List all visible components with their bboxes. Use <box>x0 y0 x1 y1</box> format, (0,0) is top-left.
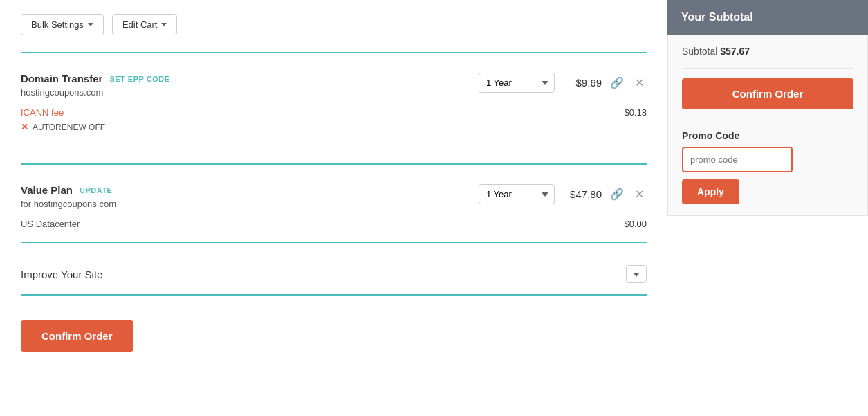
autorenew-label: AUTORENEW OFF <box>33 123 105 132</box>
subtotal-row: Subtotal $57.67 <box>682 46 853 57</box>
domain-transfer-title: Domain Transfer <box>21 73 102 84</box>
autorenew-row: ✕ AUTORENEW OFF <box>21 122 647 132</box>
subtotal-label: Subtotal <box>682 46 717 57</box>
value-plan-link-icon[interactable]: 🔗 <box>607 186 627 202</box>
value-plan-price: $47.80 <box>560 188 602 200</box>
set-epp-code-link[interactable]: SET EPP CODE <box>109 75 169 83</box>
improve-toggle-button[interactable] <box>626 265 647 283</box>
promo-label: Promo Code <box>682 130 853 141</box>
domain-transfer-year-select[interactable]: 1 Year 2 Years 3 Years <box>479 73 555 93</box>
improve-header: Improve Your Site <box>21 265 647 283</box>
improve-toggle-chevron-icon <box>634 273 639 277</box>
sidebar-header: Your Subtotal <box>667 0 868 35</box>
domain-transfer-item: Domain Transfer SET EPP CODE hostingcoup… <box>21 64 647 141</box>
improve-section: Improve Your Site <box>21 254 647 294</box>
edit-cart-button[interactable]: Edit Cart <box>112 14 178 35</box>
apply-button[interactable]: Apply <box>682 179 739 204</box>
icann-fee-row: ICANN fee $0.18 <box>21 107 647 118</box>
value-plan-item: Value Plan UPDATE for hostingcoupons.com… <box>21 176 647 242</box>
value-plan-year-select[interactable]: 1 Year 2 Years 3 Years <box>479 184 555 204</box>
value-plan-subtitle: for hostingcoupons.com <box>21 199 479 209</box>
subtotal-amount: $57.67 <box>720 46 750 57</box>
value-plan-divider <box>21 163 647 165</box>
promo-section: Promo Code Apply <box>682 130 853 204</box>
icann-fee-label: ICANN fee <box>21 107 64 118</box>
datacenter-price: $0.00 <box>624 219 647 229</box>
sidebar-body: Subtotal $57.67 Confirm Order Promo Code… <box>667 35 868 216</box>
promo-input-wrapper <box>682 147 853 172</box>
bulk-settings-label: Bulk Settings <box>31 19 84 30</box>
domain-transfer-price: $9.69 <box>560 77 602 89</box>
value-plan-title: Value Plan <box>21 184 73 196</box>
value-plan-remove-button[interactable]: ✕ <box>632 186 647 202</box>
datacenter-label: US Datacenter <box>21 219 80 229</box>
section-divider-1 <box>21 152 647 152</box>
domain-transfer-domain: hostingcoupons.com <box>21 87 479 98</box>
improve-section-divider <box>21 242 647 243</box>
edit-cart-label: Edit Cart <box>122 19 158 30</box>
domain-transfer-link-icon[interactable]: 🔗 <box>607 75 627 91</box>
edit-cart-chevron-icon <box>161 23 167 26</box>
bulk-settings-chevron-icon <box>88 23 93 26</box>
domain-transfer-remove-button[interactable]: ✕ <box>632 75 647 91</box>
promo-code-input[interactable] <box>682 147 793 172</box>
confirm-order-sidebar-button[interactable]: Confirm Order <box>682 78 853 109</box>
confirm-order-main-button[interactable]: Confirm Order <box>21 320 133 352</box>
sidebar: Your Subtotal Subtotal $57.67 Confirm Or… <box>667 0 868 416</box>
update-link[interactable]: UPDATE <box>80 186 112 195</box>
bottom-divider <box>21 294 647 296</box>
sidebar-divider <box>682 68 853 69</box>
bulk-settings-button[interactable]: Bulk Settings <box>21 14 104 35</box>
improve-title: Improve Your Site <box>21 269 102 280</box>
toolbar: Bulk Settings Edit Cart <box>21 14 647 35</box>
icann-fee-price: $0.18 <box>624 107 647 118</box>
autorenew-x-icon: ✕ <box>21 122 28 132</box>
datacenter-row: US Datacenter $0.00 <box>21 219 647 229</box>
domain-transfer-divider <box>21 52 647 53</box>
